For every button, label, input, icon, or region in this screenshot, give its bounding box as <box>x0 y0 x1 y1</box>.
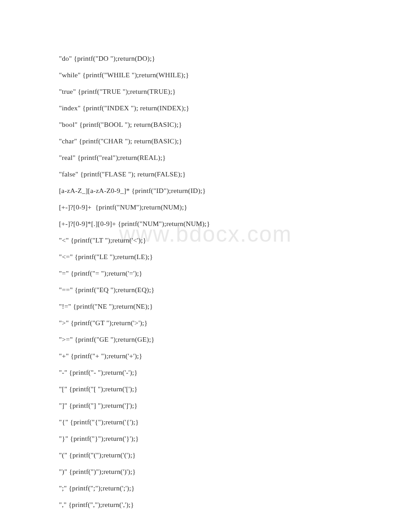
code-line: "false" {printf("FLASE "); return(FALSE)… <box>59 166 366 182</box>
code-line: [+-]?[0-9]*[.][0-9]+ {printf("NUM");retu… <box>59 215 366 232</box>
code-line: ";" {printf(";");return(';');} <box>59 480 366 496</box>
code-line: "!=" {printf("NE ");return(NE);} <box>59 298 366 314</box>
code-line: "-" {printf("- ");return('-');} <box>59 364 366 381</box>
code-line: "do" {printf("DO ");return(DO);} <box>59 50 366 67</box>
code-line: "<=" {printf("LE ");return(LE);} <box>59 248 366 265</box>
code-line: "bool" {printf("BOOL "); return(BASIC);} <box>59 116 366 133</box>
code-line: "+" {printf("+ ");return('+');} <box>59 348 366 364</box>
code-line: "]" {printf("] ");return(']');} <box>59 397 366 414</box>
code-line: [+-]?[0-9]+ {printf("NUM");return(NUM);} <box>59 199 366 215</box>
code-line: "," {printf(",");return(',');} <box>59 496 366 513</box>
code-line: "[" {printf("[ ");return('[');} <box>59 381 366 397</box>
code-line: "while" {printf("WHILE ");return(WHILE);… <box>59 67 366 83</box>
code-line: "char" {printf("CHAR "); return(BASIC);} <box>59 133 366 149</box>
code-line: "==" {printf("EQ ");return(EQ);} <box>59 281 366 298</box>
code-line: "(" {printf("(");return('(');} <box>59 447 366 463</box>
code-line: ")" {printf(")");return(')');} <box>59 463 366 480</box>
code-line: ">" {printf("GT ");return('>');} <box>59 314 366 331</box>
code-line: "<" {printf("LT ");return('<');} <box>59 232 366 248</box>
code-line: "index" {printf("INDEX "); return(INDEX)… <box>59 100 366 116</box>
code-line: "true" {printf("TRUE ");return(TRUE);} <box>59 83 366 100</box>
code-line: "}" {printf("}");return('}');} <box>59 430 366 447</box>
code-content: "do" {printf("DO ");return(DO);} "while"… <box>59 50 366 513</box>
code-line: "=" {printf("= ");return('=');} <box>59 265 366 281</box>
code-line: "{" {printf("{");return('{');} <box>59 414 366 430</box>
code-line: ">=" {printf("GE ");return(GE);} <box>59 331 366 348</box>
code-line: "real" {printf("real");return(REAL);} <box>59 149 366 166</box>
code-line: [a-zA-Z_][a-zA-Z0-9_]* {printf("ID");ret… <box>59 182 366 199</box>
